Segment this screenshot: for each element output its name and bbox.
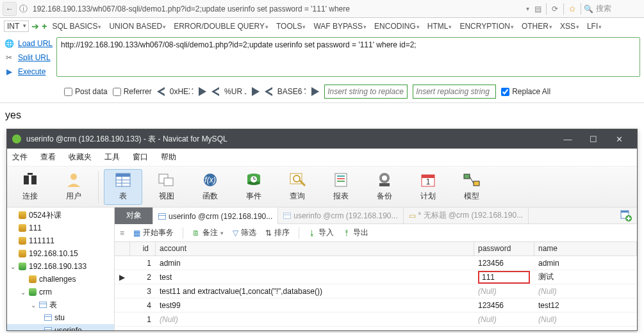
tree-item[interactable]: crm [39,288,52,296]
col-account[interactable]: account [156,242,474,256]
split-icon: ✂ [4,53,14,63]
table-icon [44,327,52,330]
import-button[interactable]: ⭳导入 [308,227,334,238]
url-encode-button[interactable]: %URL [211,87,260,96]
tree-item[interactable]: 111111 [29,236,54,245]
tree-item[interactable]: 0524补课 [29,210,62,221]
menu-sql-basics[interactable]: SQL BASICS▾ [50,20,104,32]
new-tab-icon[interactable] [615,210,637,222]
export-icon: ⭱ [343,229,351,238]
tree-item[interactable]: challenges [39,275,76,284]
data-grid[interactable]: id account password name 1admin123456adm… [115,242,637,330]
menu-waf-bypass[interactable]: WAF BYPASS▾ [311,20,369,32]
back-button[interactable]: ← [3,2,17,16]
menu-encryption[interactable]: ENCRYPTION▾ [457,20,516,32]
table-row[interactable]: ▶2test111测试 [115,270,637,284]
highlighted-cell[interactable]: 111 [478,271,530,284]
tree-item[interactable]: userinfo [54,326,82,330]
tab-untitled[interactable]: ▭* 无标题 @crm (192.168.190... [404,207,529,224]
report-button[interactable]: 报表 [322,169,360,205]
tree-item[interactable]: 192.168.10.15 [29,249,78,258]
execute-action[interactable]: ▶Execute [4,67,53,77]
navicat-window: userinfo @crm (192.168.190.133) - 表 - Na… [6,129,638,331]
table-row[interactable]: 4test99123456test12 [115,298,637,313]
tab-userinfo-active[interactable]: userinfo @crm (192.168.190... [153,207,278,224]
svg-text:f(x): f(x) [204,175,215,184]
menu-window[interactable]: 窗口 [133,152,148,163]
menu-xss[interactable]: XSS▾ [557,20,582,32]
reload-button[interactable]: ⟳ [549,3,561,15]
menu-error-double[interactable]: ERROR/DOUBLE QUERY▾ [171,20,271,32]
hex-encode-button[interactable]: 0xHEX [157,87,206,96]
menu-tools[interactable]: TOOLS▾ [274,20,308,32]
reader-icon[interactable]: ▤ [532,3,543,15]
menu-other[interactable]: OTHER▾ [519,20,555,32]
svg-rect-27 [379,183,390,186]
col-name[interactable]: name [534,242,637,256]
split-url-action[interactable]: ✂Split URL [4,53,53,63]
replace-from-input[interactable] [324,85,408,99]
view-button[interactable]: 视图 [147,169,186,205]
current-row-marker: ▶ [115,272,130,283]
menu-file[interactable]: 文件 [12,152,28,163]
minimize-button[interactable]: — [555,129,581,149]
plan-button[interactable]: 1计划 [409,169,447,205]
table-row[interactable]: 1(Null)(Null)(Null) [115,313,637,327]
url-input[interactable] [30,2,524,16]
query-icon: ▭ [409,211,416,220]
referrer-checkbox[interactable]: Referrer [113,87,152,96]
event-button[interactable]: 事件 [235,169,273,205]
connection-tree[interactable]: 0524补课 111 111111 192.168.10.15 ⌄192.168… [7,207,115,330]
tree-item[interactable]: stu [54,313,65,322]
sort-button[interactable]: ⇅排序 [265,227,290,238]
backup-button[interactable]: 备份 [365,169,404,205]
tree-item[interactable]: 192.168.190.133 [29,262,87,271]
menu-view[interactable]: 查看 [40,152,56,163]
menu-encoding[interactable]: ENCODING▾ [372,20,422,32]
memo-button[interactable]: 🗎备注▾ [192,227,224,238]
model-button[interactable]: 模型 [452,169,491,205]
maximize-button[interactable]: ☐ [581,129,606,149]
menu-tool[interactable]: 工具 [104,152,120,163]
replace-all-checkbox[interactable]: Replace All [501,87,550,96]
load-url-action[interactable]: 🌐Load URL [4,38,53,49]
divider [581,3,581,15]
star-icon[interactable]: ✩ [566,3,578,15]
close-button[interactable]: ✕ [606,129,632,149]
filter-button[interactable]: ▽筛选 [233,227,256,238]
tab-objects[interactable]: 对象 [115,207,153,224]
base64-encode-button[interactable]: BASE64 [265,87,319,96]
connect-button[interactable]: 连接 [11,169,49,205]
table-row[interactable]: 1admin123456admin [115,256,637,270]
query-button[interactable]: 查询 [278,169,317,205]
col-password[interactable]: password [474,242,534,256]
svg-rect-31 [464,174,470,179]
tree-item[interactable]: 111 [29,223,42,232]
replace-to-input[interactable] [413,85,496,99]
chevron-down-icon[interactable]: ▾ [526,5,529,12]
menu-union-based[interactable]: UNION BASED▾ [106,20,169,32]
table-button[interactable]: 表 [104,169,142,205]
arrow-right-icon[interactable]: ➔ [31,21,39,31]
menu-lfi[interactable]: LFI▾ [584,20,604,32]
db-icon [19,250,26,257]
tree-item[interactable]: 表 [49,300,57,311]
tab-userinfo-2[interactable]: userinfo @crm (192.168.190... [278,207,403,224]
table-row[interactable]: 3test11 and extractvalue(1,concat("!",da… [115,284,637,298]
menu-help[interactable]: 帮助 [161,152,176,163]
search-box[interactable]: 🔍 搜索 [584,3,641,14]
navicat-titlebar[interactable]: userinfo @crm (192.168.190.133) - 表 - Na… [7,129,637,149]
menu-fav[interactable]: 收藏夹 [69,152,92,163]
tabs-row: 对象 userinfo @crm (192.168.190... userinf… [115,207,637,224]
begin-transaction-button[interactable]: ▦开始事务 [133,227,174,238]
add-button[interactable]: + [42,21,47,31]
datatype-dropdown[interactable]: INT [4,20,29,32]
menu-html[interactable]: HTML▾ [425,20,455,32]
export-button[interactable]: ⭱导出 [343,227,368,238]
col-id[interactable]: id [130,242,156,256]
function-button[interactable]: f(x)函数 [191,169,229,205]
user-button[interactable]: 用户 [54,169,93,205]
postdata-checkbox[interactable]: Post data [64,87,108,96]
hackbar-url-textarea[interactable]: http://192.168.190.133/wh067/08-sqli/dem… [56,37,640,77]
info-icon[interactable]: ⓘ [19,3,28,15]
